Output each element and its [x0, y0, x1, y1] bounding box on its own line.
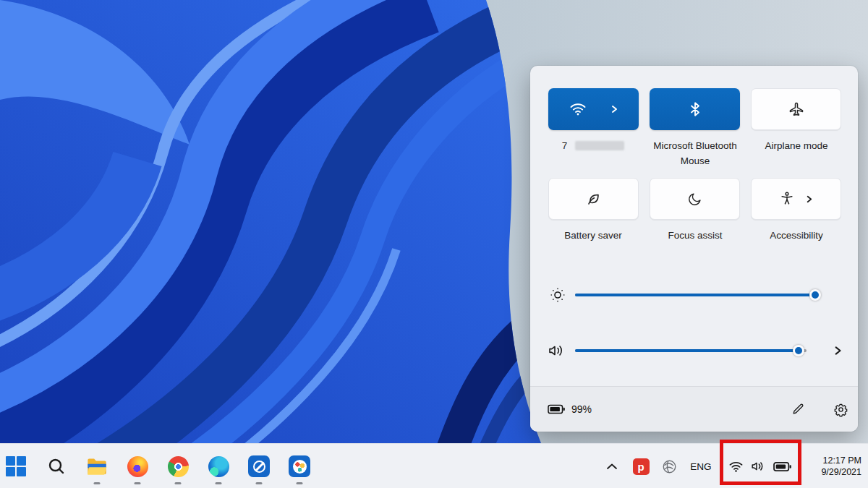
wifi-expand-chevron-icon[interactable] — [610, 105, 618, 114]
battery-saver-label: Battery saver — [542, 228, 644, 243]
tray-volume-button[interactable] — [748, 444, 768, 488]
accessibility-button[interactable] — [751, 178, 841, 220]
battery-percent-label: 99% — [571, 403, 592, 415]
focus-assist-label: Focus assist — [644, 228, 746, 243]
brightness-slider-fill — [575, 294, 815, 296]
running-indicator — [297, 482, 303, 484]
tray-battery-button[interactable] — [771, 444, 794, 488]
wifi-icon — [569, 102, 587, 116]
picpick-tray-button[interactable]: p — [631, 444, 651, 488]
airplane-mode-toggle-button[interactable] — [751, 88, 841, 130]
start-button[interactable] — [5, 455, 27, 477]
firefox-icon — [127, 456, 148, 477]
battery-status: 99% — [548, 403, 592, 415]
accessibility-expand-chevron-icon[interactable] — [805, 195, 813, 203]
redacted-network-name — [575, 141, 624, 150]
gear-icon — [833, 402, 848, 417]
edit-quick-settings-button[interactable] — [787, 398, 809, 420]
clock-time: 12:17 PM — [821, 455, 861, 466]
battery-saver-leaf-icon — [585, 191, 603, 207]
edge-icon — [208, 456, 229, 477]
accessibility-label: Accessibility — [746, 228, 847, 243]
tray-wifi-button[interactable] — [726, 444, 746, 488]
mesh-app-tray-button[interactable] — [659, 444, 679, 488]
tray-battery-icon — [773, 461, 792, 472]
mesh-globe-icon — [661, 458, 678, 475]
airplane-icon — [788, 100, 805, 118]
bluetooth-device-label: Microsoft Bluetooth Mouse — [644, 138, 746, 168]
focus-assist-toggle-button[interactable] — [650, 178, 740, 220]
brightness-slider-knob[interactable] — [809, 289, 821, 301]
taskbar-clock[interactable]: 12:17 PM 9/29/2021 — [821, 455, 861, 478]
clock-date: 9/29/2021 — [821, 466, 861, 478]
windows-logo-icon — [6, 456, 26, 476]
wifi-network-label: 7 — [542, 138, 644, 153]
file-explorer-icon — [86, 455, 108, 477]
tray-overflow-button[interactable] — [602, 444, 622, 488]
pencil-icon — [791, 402, 805, 416]
blocked-sign-app-button[interactable] — [248, 455, 270, 477]
bluetooth-icon — [689, 102, 702, 116]
tray-volume-icon — [750, 459, 767, 474]
bluetooth-toggle-button[interactable] — [650, 88, 740, 130]
chrome-icon — [168, 456, 189, 477]
taskbar: p ENG 12:17 PM 9/29/2021 — [0, 443, 868, 488]
running-indicator — [175, 482, 182, 484]
language-indicator[interactable]: ENG — [686, 444, 716, 488]
volume-speaker-icon — [548, 342, 566, 359]
volume-expand-chevron-icon[interactable] — [833, 346, 843, 356]
volume-slider-row — [548, 341, 844, 360]
running-indicator — [135, 482, 141, 484]
quick-settings-panel: 7 Microsoft Bluetooth Mouse Airplane mod… — [530, 66, 858, 432]
blocked-sign-app-icon — [248, 455, 270, 477]
picpick-icon: p — [633, 458, 650, 475]
brightness-slider-row — [548, 286, 844, 304]
search-icon — [47, 457, 66, 476]
quick-settings-footer: 99% — [530, 386, 858, 432]
running-indicator — [216, 482, 222, 484]
battery-icon — [548, 404, 566, 414]
file-explorer-button[interactable] — [86, 455, 108, 477]
settings-button[interactable] — [830, 398, 851, 420]
battery-saver-toggle-button[interactable] — [548, 178, 639, 220]
chrome-button[interactable] — [167, 455, 189, 477]
airplane-mode-label: Airplane mode — [746, 138, 847, 153]
firefox-button[interactable] — [127, 455, 148, 477]
media-app-icon — [289, 455, 310, 477]
volume-slider-track[interactable] — [575, 349, 807, 352]
accessibility-person-icon — [779, 191, 795, 207]
edge-button[interactable] — [208, 455, 229, 477]
search-button[interactable] — [46, 455, 67, 477]
running-indicator — [94, 482, 101, 484]
tray-wifi-icon — [728, 461, 744, 473]
media-app-button[interactable] — [289, 455, 310, 477]
volume-slider-knob[interactable] — [793, 345, 804, 356]
volume-slider-fill — [575, 349, 799, 352]
running-indicator — [256, 482, 263, 484]
brightness-slider-track[interactable] — [575, 294, 815, 296]
chevron-up-icon — [606, 463, 618, 470]
focus-assist-moon-icon — [687, 191, 703, 207]
wifi-toggle-button[interactable] — [548, 88, 639, 130]
taskbar-app-icons — [5, 444, 310, 488]
brightness-sun-icon — [549, 286, 566, 304]
